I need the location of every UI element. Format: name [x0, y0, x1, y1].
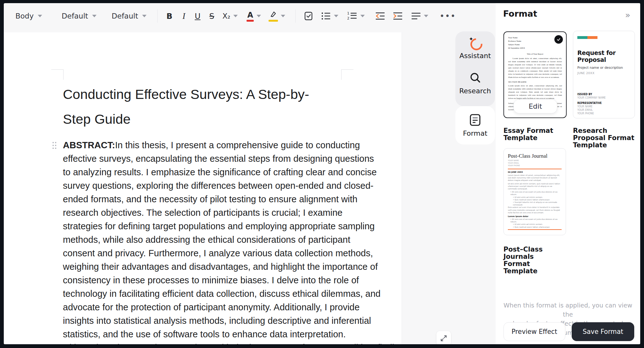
body-line: to analyzing results. I emphasize the si…	[63, 166, 365, 179]
document-title: Conducting Effective Surveys: A Step-by-…	[63, 82, 365, 132]
bold-icon: B	[166, 12, 172, 20]
tab-research[interactable]: Research	[455, 72, 495, 95]
chevron-down-icon	[92, 15, 97, 17]
chevron-down-icon	[38, 15, 42, 17]
margin-corner-mark-left	[51, 69, 64, 80]
rfp-color-bars	[577, 36, 597, 39]
body-line: weighing their advantages and disadvanta…	[63, 260, 365, 274]
body-line: strategies for defining target populatio…	[63, 220, 365, 233]
tab-format-active[interactable]: Format	[455, 106, 495, 144]
check-icon	[557, 37, 561, 41]
body-line: survey questions, exploring the differen…	[63, 179, 365, 193]
body-line: consistency in these processes to minimi…	[63, 274, 365, 287]
bullet-list-icon	[321, 12, 331, 20]
underline-button[interactable]: U	[195, 12, 200, 20]
alignment-button[interactable]	[411, 12, 428, 20]
journal-preview-date: 04 JUNE 20XX	[508, 171, 562, 173]
svg-text:2: 2	[347, 16, 349, 20]
decrease-indent-icon	[375, 12, 385, 20]
increase-indent-icon	[393, 12, 402, 20]
chevron-down-icon	[281, 15, 285, 17]
journal-rule	[508, 229, 562, 230]
toolbar: Body Default Default B I U S X₂ A	[4, 3, 492, 29]
tab-format-label: Format	[463, 129, 487, 137]
document-title-line: Step Guide	[63, 107, 365, 132]
font-color-button[interactable]: A	[247, 11, 261, 22]
bold-button[interactable]: B	[166, 12, 172, 20]
rfp-issued-value: YOUR COMPANY NAME	[577, 96, 606, 100]
collapse-panel-icon[interactable]: »	[625, 10, 630, 20]
paragraph-drag-handle-icon[interactable]	[52, 142, 57, 150]
toolbar-divider	[157, 9, 158, 23]
paragraph-style-dropdown[interactable]: Body	[15, 12, 42, 20]
tab-assistant[interactable]: ✦ Assistant	[455, 37, 495, 60]
journal-rule	[508, 169, 562, 169]
rfp-preview-title: Request for Proposal	[577, 49, 635, 63]
checkbox-icon	[304, 11, 313, 21]
body-line: technology in facilitating efficient dat…	[63, 287, 365, 301]
chevron-down-icon	[233, 15, 238, 17]
body-lines: effective surveys, encapsulating the ess…	[63, 152, 365, 344]
decrease-indent-button[interactable]	[375, 12, 385, 20]
toolbar-divider	[295, 9, 296, 23]
body-line: Ultimately, I aim to equip researchers w…	[63, 341, 365, 344]
assistant-icon: ✦	[469, 37, 481, 49]
highlight-button[interactable]	[269, 11, 285, 22]
rfp-issued-label: ISSUED BY	[577, 93, 606, 96]
italic-button[interactable]: I	[182, 12, 185, 20]
increase-indent-button[interactable]	[393, 12, 402, 20]
font-size-dropdown[interactable]: Default	[112, 12, 147, 20]
expand-button[interactable]	[436, 331, 451, 344]
numbered-list-icon: 12	[347, 12, 357, 20]
body-line: methods, while also addressing the ethic…	[63, 233, 365, 247]
tab-assistant-label: Assistant	[459, 52, 491, 60]
more-tools-button[interactable]: •••	[440, 11, 456, 21]
preview-effect-button[interactable]: Preview Effect	[503, 322, 565, 341]
edit-template-button[interactable]: Edit	[514, 99, 557, 113]
font-family-dropdown[interactable]: Default	[62, 12, 97, 20]
align-text-icon	[411, 12, 421, 20]
search-icon	[469, 72, 481, 84]
numbered-list-button[interactable]: 12	[347, 12, 365, 20]
journal-contact-lines: YOUR NAMEYOUR EMAILYOUR PHONE	[508, 159, 562, 167]
rfp-representative-label: REPRESENTATIVE	[577, 101, 602, 105]
chevron-down-icon	[424, 15, 428, 17]
journal-preview-title: Post-Class Journal	[508, 153, 562, 159]
essay-header-lines: Your NameProfessor NameSubject Name04 Se…	[508, 36, 562, 50]
template-essay-thumbnail[interactable]: Your NameProfessor NameSubject Name04 Se…	[503, 31, 567, 118]
svg-text:1: 1	[347, 12, 349, 15]
template-rfp-thumbnail[interactable]: Request for Proposal Project name or des…	[573, 31, 635, 118]
strikethrough-icon: S	[209, 12, 214, 20]
bullet-list-button[interactable]	[321, 12, 338, 20]
document-title-line: Conducting Effective Surveys: A Step-by-	[63, 82, 365, 107]
essay-section-header: SECTION HEADER	[508, 81, 562, 83]
checkbox-list-button[interactable]	[304, 11, 313, 21]
save-format-button[interactable]: Save Format	[572, 322, 634, 341]
document-page[interactable]: Conducting Effective Surveys: A Step-by-…	[4, 32, 402, 344]
chevron-down-icon	[360, 15, 365, 17]
window-frame: Body Default Default B I U S X₂ A	[0, 0, 644, 348]
body-line: advocate for the protection of participa…	[63, 301, 365, 314]
body-line: ended formats, and the necessity of pilo…	[63, 193, 365, 206]
body-line: research objectives. The selection of pa…	[63, 206, 365, 220]
editor-app: Body Default Default B I U S X₂ A	[4, 3, 640, 344]
format-panel: Format » Your NameProfessor NameSubject …	[496, 3, 640, 344]
rfp-preview-date: JUNE 20XX	[577, 71, 595, 75]
abstract-label: ABSTRACT:	[63, 140, 115, 150]
template-journal-thumbnail[interactable]: Post-Class Journal YOUR NAMEYOUR EMAILYO…	[503, 148, 566, 235]
template-label-essay: Essay Format Template	[503, 127, 560, 142]
expand-icon	[440, 334, 448, 342]
rfp-preview-subtitle: Project name or description	[577, 66, 623, 69]
format-document-icon	[469, 113, 481, 127]
rfp-representative-lines: YOUR NAMEYOUR EMAILYOUR PHONE	[577, 105, 602, 115]
chevron-down-icon	[334, 15, 338, 17]
strikethrough-button[interactable]: S	[209, 12, 214, 20]
italic-icon: I	[182, 12, 185, 20]
font-color-icon: A	[247, 11, 253, 22]
ellipsis-icon: •••	[440, 11, 456, 21]
chevron-down-icon	[257, 15, 261, 17]
font-size-value: Default	[112, 12, 138, 20]
font-family-value: Default	[62, 12, 88, 20]
subscript-button[interactable]: X₂	[222, 13, 238, 20]
document-body: ABSTRACT:In this thesis, I present a com…	[63, 139, 365, 344]
